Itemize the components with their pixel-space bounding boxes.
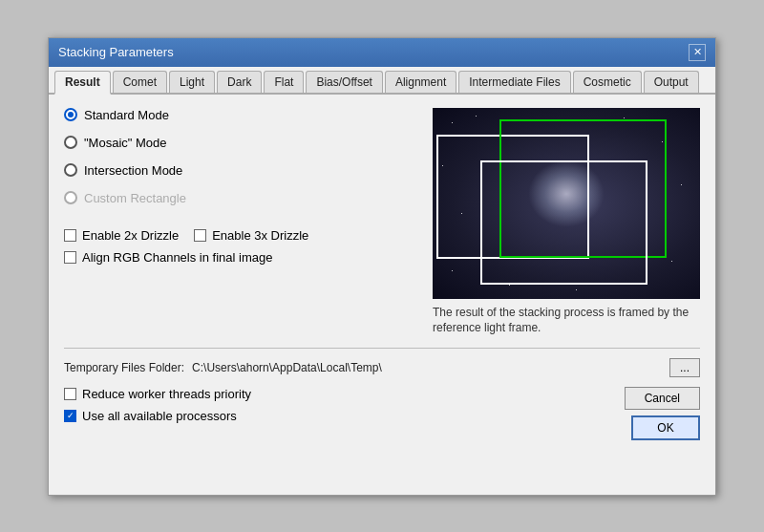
frame-white-small — [480, 160, 647, 285]
stacking-parameters-dialog: Stacking Parameters ✕ Result Comet Light… — [48, 37, 716, 496]
tab-result[interactable]: Result — [54, 71, 111, 95]
temp-folder-label: Temporary Files Folder: — [64, 361, 184, 374]
right-panel: The result of the stacking process is fr… — [433, 108, 700, 337]
preview-image — [433, 108, 700, 299]
dialog-buttons: Cancel OK — [625, 387, 700, 440]
cancel-button[interactable]: Cancel — [625, 387, 700, 410]
tab-light[interactable]: Light — [169, 71, 215, 93]
tab-bias-offset[interactable]: Bias/Offset — [306, 71, 382, 93]
main-row: Standard Mode "Mosaic" Mode Intersection… — [64, 108, 700, 337]
mode-radio-group: Standard Mode "Mosaic" Mode Intersection… — [64, 108, 417, 205]
tab-intermediate-files[interactable]: Intermediate Files — [458, 71, 570, 93]
radio-mosaic-mode-indicator — [64, 136, 77, 149]
checkbox-drizzle2x-label: Enable 2x Drizzle — [82, 228, 179, 243]
checkbox-drizzle3x-box — [194, 229, 206, 242]
radio-mosaic-mode[interactable]: "Mosaic" Mode — [64, 136, 417, 150]
radio-custom-rectangle-indicator — [64, 191, 77, 204]
radio-standard-mode-indicator — [64, 108, 77, 121]
tab-comet[interactable]: Comet — [113, 71, 167, 93]
checkbox-drizzle2x-box — [64, 229, 76, 242]
ok-button[interactable]: OK — [631, 415, 700, 440]
dialog-title: Stacking Parameters — [58, 45, 174, 59]
left-panel: Standard Mode "Mosaic" Mode Intersection… — [64, 108, 417, 337]
tab-flat[interactable]: Flat — [264, 71, 304, 93]
radio-intersection-mode-label: Intersection Mode — [84, 163, 182, 178]
radio-intersection-mode-indicator — [64, 163, 77, 177]
tab-alignment[interactable]: Alignment — [385, 71, 456, 93]
checkbox-align-rgb-box — [64, 251, 76, 264]
radio-custom-rectangle-label: Custom Rectangle — [84, 191, 186, 205]
content-area: Standard Mode "Mosaic" Mode Intersection… — [49, 95, 715, 451]
radio-intersection-mode[interactable]: Intersection Mode — [64, 163, 417, 178]
checkbox-all-processors[interactable]: Use all available processors — [64, 409, 251, 423]
radio-custom-rectangle: Custom Rectangle — [64, 191, 417, 205]
title-bar: Stacking Parameters ✕ — [49, 38, 715, 67]
tab-cosmetic[interactable]: Cosmetic — [573, 71, 642, 93]
checkbox-reduce-workers-label: Reduce worker threads priority — [82, 387, 251, 401]
options-checkboxes: Enable 2x Drizzle Enable 3x Drizzle Alig… — [64, 228, 417, 265]
checkbox-drizzle2x[interactable]: Enable 2x Drizzle — [64, 228, 179, 243]
checkbox-align-rgb-label: Align RGB Channels in final image — [82, 250, 272, 265]
close-button[interactable]: ✕ — [689, 44, 706, 61]
checkbox-all-processors-label: Use all available processors — [82, 409, 237, 423]
checkbox-reduce-workers-box — [64, 388, 76, 400]
checkbox-align-rgb[interactable]: Align RGB Channels in final image — [64, 250, 417, 265]
separator — [64, 348, 700, 349]
preview-caption: The result of the stacking process is fr… — [433, 305, 700, 337]
checkbox-all-processors-box — [64, 410, 76, 422]
tab-bar: Result Comet Light Dark Flat Bias/Offset… — [49, 67, 715, 95]
checkbox-drizzle3x-label: Enable 3x Drizzle — [212, 228, 308, 243]
radio-standard-mode[interactable]: Standard Mode — [64, 108, 417, 122]
radio-mosaic-mode-label: "Mosaic" Mode — [84, 136, 167, 150]
drizzle-row: Enable 2x Drizzle Enable 3x Drizzle — [64, 228, 417, 243]
checkbox-drizzle3x[interactable]: Enable 3x Drizzle — [194, 228, 308, 243]
bottom-row: Reduce worker threads priority Use all a… — [64, 387, 700, 440]
tab-dark[interactable]: Dark — [217, 71, 262, 93]
bottom-checkboxes: Reduce worker threads priority Use all a… — [64, 387, 251, 423]
temp-folder-path: C:\Users\ahorn\AppData\Local\Temp\ — [192, 361, 662, 374]
tab-output[interactable]: Output — [644, 71, 699, 93]
temp-folder-row: Temporary Files Folder: C:\Users\ahorn\A… — [64, 358, 700, 377]
browse-button[interactable]: ... — [669, 358, 700, 377]
checkbox-reduce-workers[interactable]: Reduce worker threads priority — [64, 387, 251, 401]
radio-standard-mode-label: Standard Mode — [84, 108, 169, 122]
